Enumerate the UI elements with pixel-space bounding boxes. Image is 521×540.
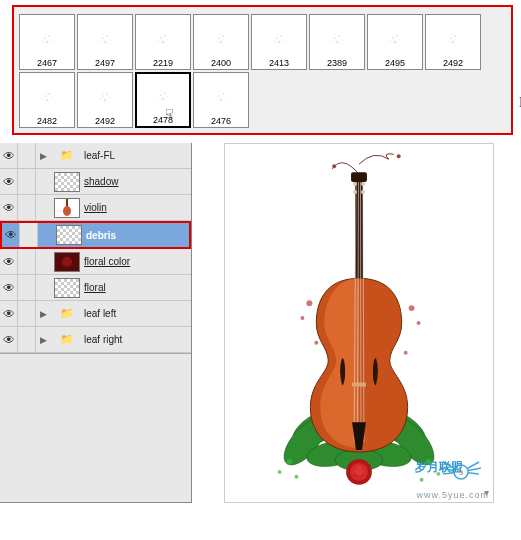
expand-arrow-icon[interactable]: ▶ bbox=[36, 335, 50, 345]
svg-point-62 bbox=[162, 98, 165, 101]
brush-preset[interactable]: 2482 bbox=[19, 72, 75, 128]
svg-point-100 bbox=[353, 190, 357, 194]
layer-row[interactable]: 👁▶📁leaf-FL bbox=[0, 143, 191, 169]
svg-point-85 bbox=[278, 470, 282, 474]
visibility-toggle[interactable]: 👁 bbox=[0, 275, 18, 300]
brush-preset[interactable]: 2389 bbox=[309, 14, 365, 70]
layer-name[interactable]: leaf right bbox=[84, 334, 122, 345]
brush-thumb bbox=[140, 77, 186, 115]
svg-point-40 bbox=[399, 39, 401, 41]
brush-preset[interactable]: 2467 bbox=[19, 14, 75, 70]
svg-point-52 bbox=[51, 97, 53, 99]
brush-preset[interactable]: 2413 bbox=[251, 14, 307, 70]
svg-point-38 bbox=[394, 41, 397, 44]
svg-point-65 bbox=[161, 90, 162, 91]
layer-name[interactable]: debris bbox=[86, 230, 116, 241]
svg-point-22 bbox=[225, 39, 227, 41]
visibility-toggle[interactable]: 👁 bbox=[0, 195, 18, 220]
svg-point-57 bbox=[99, 98, 101, 100]
visibility-toggle[interactable]: 👁 bbox=[2, 223, 20, 247]
brush-thumb bbox=[198, 78, 244, 116]
brush-preset[interactable]: 2497 bbox=[77, 14, 133, 70]
brush-preset[interactable]: 2478☟ bbox=[135, 72, 191, 128]
layer-row[interactable]: 👁violin bbox=[0, 195, 191, 221]
layer-row[interactable]: 👁debris bbox=[0, 221, 191, 249]
brush-preset[interactable]: 2495 bbox=[367, 14, 423, 70]
brush-size-label: 2492 bbox=[95, 116, 115, 126]
layer-lock-column[interactable] bbox=[18, 249, 36, 274]
eye-icon: 👁 bbox=[3, 307, 15, 321]
svg-point-47 bbox=[451, 33, 452, 34]
brush-preset[interactable]: 2476 bbox=[193, 72, 249, 128]
brush-thumb bbox=[24, 20, 70, 58]
layer-lock-column[interactable] bbox=[18, 275, 36, 300]
brush-preset[interactable]: 2492 bbox=[77, 72, 133, 128]
brush-preset[interactable]: 2400 bbox=[193, 14, 249, 70]
svg-point-15 bbox=[157, 40, 159, 42]
layer-name[interactable]: violin bbox=[84, 202, 107, 213]
layer-name[interactable]: leaf left bbox=[84, 308, 116, 319]
layer-lock-column[interactable] bbox=[18, 169, 36, 194]
visibility-toggle[interactable]: 👁 bbox=[0, 169, 18, 194]
svg-point-75 bbox=[397, 154, 401, 158]
layer-name[interactable]: leaf-FL bbox=[84, 150, 115, 161]
layer-row[interactable]: 👁shadow bbox=[0, 169, 191, 195]
expand-arrow-icon[interactable]: ▶ bbox=[36, 309, 50, 319]
svg-point-35 bbox=[335, 33, 336, 34]
expand-arrow-icon[interactable]: ▶ bbox=[36, 151, 50, 161]
svg-point-31 bbox=[338, 35, 340, 37]
svg-point-44 bbox=[452, 41, 455, 44]
svg-point-68 bbox=[220, 99, 223, 102]
visibility-toggle[interactable]: 👁 bbox=[0, 249, 18, 274]
layer-row[interactable]: 👁floral bbox=[0, 275, 191, 301]
svg-point-1 bbox=[48, 35, 50, 37]
svg-point-64 bbox=[167, 96, 169, 98]
svg-point-41 bbox=[393, 33, 394, 34]
layer-thumbnail: 📁 bbox=[54, 146, 80, 166]
layer-name[interactable]: floral color bbox=[84, 256, 130, 267]
brush-size-label: 2219 bbox=[153, 58, 173, 68]
layers-footer bbox=[0, 353, 191, 377]
brush-preset[interactable]: 2492 bbox=[425, 14, 481, 70]
svg-point-91 bbox=[300, 316, 304, 320]
svg-point-71 bbox=[219, 91, 220, 92]
brush-thumb bbox=[24, 78, 70, 116]
brush-preset[interactable]: 2219 bbox=[135, 14, 191, 70]
scroll-down-icon[interactable]: ▾ bbox=[484, 487, 489, 498]
layer-thumbnail bbox=[54, 252, 80, 272]
svg-point-9 bbox=[99, 40, 101, 42]
svg-point-28 bbox=[283, 39, 285, 41]
layer-name[interactable]: shadow bbox=[84, 176, 118, 187]
layer-name[interactable]: floral bbox=[84, 282, 106, 293]
svg-point-3 bbox=[41, 40, 43, 42]
brush-size-label: 2476 bbox=[211, 116, 231, 126]
layer-lock-column[interactable] bbox=[18, 195, 36, 220]
svg-point-14 bbox=[162, 41, 165, 44]
svg-point-43 bbox=[454, 35, 456, 37]
layer-row[interactable]: 👁floral color bbox=[0, 249, 191, 275]
layer-lock-column[interactable] bbox=[18, 327, 36, 352]
brush-thumb bbox=[82, 78, 128, 116]
watermark-url: www.5yue.com bbox=[416, 490, 489, 500]
svg-point-46 bbox=[457, 39, 459, 41]
svg-point-59 bbox=[103, 91, 104, 92]
brush-size-label: 2389 bbox=[327, 58, 347, 68]
brush-thumb bbox=[430, 20, 476, 58]
svg-point-58 bbox=[109, 97, 111, 99]
layer-thumbnail: 📁 bbox=[54, 304, 80, 324]
layer-lock-column[interactable] bbox=[18, 143, 36, 168]
layer-row[interactable]: 👁▶📁leaf right bbox=[0, 327, 191, 353]
layer-row[interactable]: 👁▶📁leaf left bbox=[0, 301, 191, 327]
svg-point-7 bbox=[106, 35, 108, 37]
visibility-toggle[interactable]: 👁 bbox=[0, 143, 18, 168]
visibility-toggle[interactable]: 👁 bbox=[0, 301, 18, 326]
svg-rect-106 bbox=[352, 383, 366, 387]
layer-thumbnail bbox=[54, 278, 80, 298]
svg-rect-97 bbox=[351, 172, 367, 182]
layer-lock-column[interactable] bbox=[18, 301, 36, 326]
svg-point-39 bbox=[389, 40, 391, 42]
layer-lock-column[interactable] bbox=[20, 223, 38, 247]
layer-thumbnail bbox=[56, 225, 82, 245]
svg-point-10 bbox=[109, 39, 111, 41]
visibility-toggle[interactable]: 👁 bbox=[0, 327, 18, 352]
